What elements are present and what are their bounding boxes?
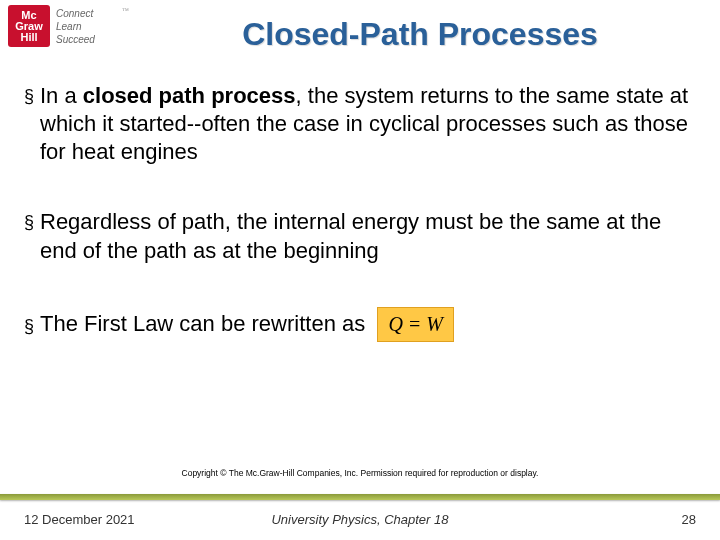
trademark-symbol: ™ bbox=[122, 7, 129, 15]
logo-text-hill: Hill bbox=[20, 32, 37, 43]
bullet-text-1: In a closed path process, the system ret… bbox=[40, 82, 704, 166]
content-area: § In a closed path process, the system r… bbox=[24, 82, 704, 384]
b3-text: The First Law can be rewritten as bbox=[40, 310, 365, 335]
footer-divider bbox=[0, 494, 720, 500]
tagline-succeed: Succeed bbox=[56, 33, 95, 46]
bullet-marker-icon: § bbox=[24, 82, 40, 166]
bullet-text-3: The First Law can be rewritten as Q = W bbox=[40, 307, 704, 343]
bullet-text-2: Regardless of path, the internal energy … bbox=[40, 208, 704, 264]
slide-footer: 12 December 2021 University Physics, Cha… bbox=[0, 494, 720, 540]
slide-title: Closed-Path Processes bbox=[150, 16, 690, 53]
bullet-marker-icon: § bbox=[24, 312, 40, 338]
footer-page-number: 28 bbox=[682, 512, 696, 527]
logo-badge: Mc Graw Hill bbox=[8, 5, 50, 47]
logo-text-mc: Mc bbox=[21, 10, 36, 21]
bullet-item-3: § The First Law can be rewritten as Q = … bbox=[24, 307, 704, 343]
copyright-notice: Copyright © The Mc.Graw-Hill Companies, … bbox=[0, 468, 720, 478]
bullet-marker-icon: § bbox=[24, 208, 40, 264]
footer-chapter: University Physics, Chapter 18 bbox=[0, 512, 720, 527]
logo-tagline: Connect Learn Succeed bbox=[56, 7, 95, 46]
bullet-item-1: § In a closed path process, the system r… bbox=[24, 82, 704, 166]
bullet-item-2: § Regardless of path, the internal energ… bbox=[24, 208, 704, 264]
publisher-logo: Mc Graw Hill Connect Learn Succeed ™ bbox=[8, 5, 136, 53]
equation-box: Q = W bbox=[377, 307, 454, 343]
tagline-learn: Learn bbox=[56, 20, 95, 33]
logo-text-graw: Graw bbox=[15, 21, 43, 32]
b1-pre: In a bbox=[40, 83, 83, 108]
b1-bold: closed path process bbox=[83, 83, 296, 108]
tagline-connect: Connect bbox=[56, 7, 95, 20]
